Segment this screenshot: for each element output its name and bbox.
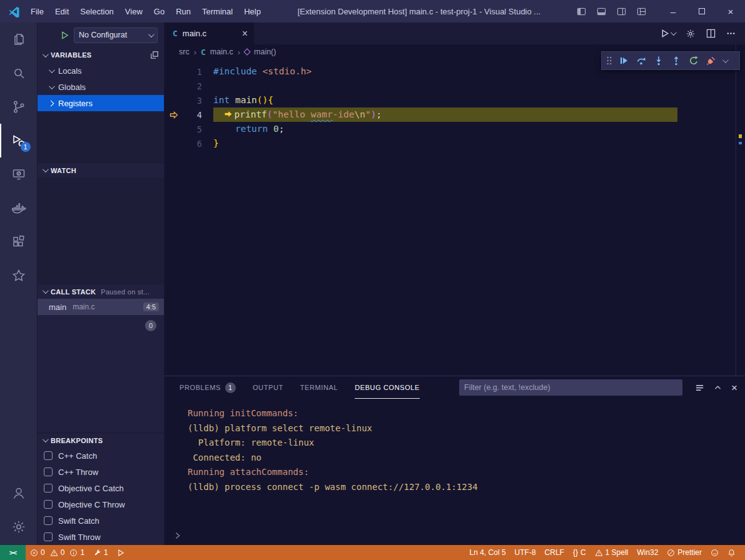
step-into-button[interactable]: [650, 52, 667, 69]
minimize-button[interactable]: –: [659, 0, 687, 22]
continue-button[interactable]: [615, 52, 632, 69]
menubar: FileEditSelectionViewGoRunTerminalHelp: [25, 0, 266, 22]
remote-indicator[interactable]: ><: [0, 545, 26, 560]
code-line-6[interactable]: 6}: [165, 136, 745, 151]
maximize-button[interactable]: [687, 0, 716, 22]
code-line-4[interactable]: 4 printf("hello wamr-ide\n");: [165, 108, 745, 122]
settings-gear-icon[interactable]: [0, 510, 38, 544]
console-output[interactable]: Running initCommands:(lldb) platform sel…: [165, 399, 745, 494]
console-filter-input[interactable]: [459, 379, 682, 396]
toggle-secondary-sidebar-icon[interactable]: [617, 7, 626, 16]
debug-count-badge: 1: [21, 142, 31, 152]
debug-status-icon[interactable]: [113, 545, 129, 560]
tab-problems[interactable]: PROBLEMS 1: [180, 376, 236, 399]
toggle-panel-icon[interactable]: [597, 7, 606, 16]
call-stack-section-header[interactable]: CALL STACK Paused on st...: [38, 284, 164, 299]
collapse-all-icon[interactable]: [150, 51, 159, 59]
more-actions-icon[interactable]: [726, 29, 736, 38]
star-icon[interactable]: [0, 259, 38, 292]
tab-output[interactable]: OUTPUT: [253, 376, 283, 399]
variables-registers-item[interactable]: Registers: [38, 95, 164, 111]
menu-go[interactable]: Go: [148, 0, 170, 22]
breakpoint-item[interactable]: C++ Throw: [38, 464, 164, 480]
extensions-icon[interactable]: [0, 225, 38, 259]
feedback-icon[interactable]: [706, 545, 723, 560]
call-stack-empty-area: [38, 331, 164, 432]
tab-terminal[interactable]: TERMINAL: [300, 376, 338, 399]
breadcrumb-file[interactable]: main.c: [210, 48, 233, 56]
run-and-debug-icon[interactable]: 1: [0, 124, 38, 158]
disconnect-dropdown-chevron-icon[interactable]: [720, 52, 729, 69]
code-line-2[interactable]: 2: [165, 79, 745, 93]
c-file-icon: C: [201, 48, 206, 57]
language-mode[interactable]: {} C: [569, 545, 590, 560]
source-control-icon[interactable]: [0, 90, 38, 124]
watch-section-header[interactable]: WATCH: [38, 162, 164, 178]
call-stack-frame-row[interactable]: main main.c 4:5: [38, 299, 164, 315]
console-input-chevron-icon[interactable]: [173, 531, 182, 540]
code-line-3[interactable]: 3int main(){: [165, 93, 745, 108]
tab-main-c[interactable]: C main.c ×: [165, 22, 254, 44]
breakpoint-item[interactable]: C++ Catch: [38, 448, 164, 464]
customize-layout-icon[interactable]: [637, 7, 646, 16]
search-icon[interactable]: [0, 56, 38, 90]
breakpoints-title: BREAKPOINTS: [51, 437, 103, 444]
account-icon[interactable]: [0, 476, 38, 510]
explorer-icon[interactable]: [0, 22, 38, 56]
tab-debug-console[interactable]: DEBUG CONSOLE: [355, 376, 420, 399]
spell-checker-status[interactable]: 1 Spell: [590, 545, 633, 560]
eol-indicator[interactable]: CRLF: [540, 545, 569, 560]
code-editor[interactable]: 1#include <stdio.h>23int main(){4 printf…: [165, 59, 745, 376]
code-line-5[interactable]: 5 return 0;: [165, 122, 745, 136]
start-debug-icon[interactable]: [60, 31, 69, 40]
close-panel-icon[interactable]: ×: [731, 382, 737, 393]
breakpoint-item[interactable]: Objective C Throw: [38, 496, 164, 512]
menu-run[interactable]: Run: [170, 0, 196, 22]
breakpoint-checkbox[interactable]: [44, 516, 53, 525]
menu-selection[interactable]: Selection: [74, 0, 119, 22]
breakpoint-checkbox[interactable]: [44, 532, 53, 541]
breakpoint-item[interactable]: Swift Throw: [38, 529, 164, 545]
toolbar-drag-handle[interactable]: [604, 52, 615, 69]
editor-settings-gear-icon[interactable]: [686, 29, 696, 39]
menu-help[interactable]: Help: [238, 0, 266, 22]
docker-icon[interactable]: [0, 191, 38, 225]
maximize-panel-chevron-icon[interactable]: [714, 384, 722, 392]
problems-status[interactable]: 0 0 1: [26, 545, 89, 560]
variables-globals-item[interactable]: Globals: [38, 79, 164, 95]
restart-button[interactable]: [685, 52, 702, 69]
menu-edit[interactable]: Edit: [49, 0, 74, 22]
breadcrumb-folder[interactable]: src: [179, 48, 190, 56]
toggle-sidebar-icon[interactable]: [577, 7, 586, 16]
disconnect-button[interactable]: [702, 52, 720, 69]
tab-close-icon[interactable]: ×: [242, 29, 248, 39]
breakpoint-item[interactable]: Objective C Catch: [38, 480, 164, 496]
cursor-position[interactable]: Ln 4, Col 5: [465, 545, 510, 560]
remote-explorer-icon[interactable]: [0, 158, 38, 191]
step-out-button[interactable]: [667, 52, 685, 69]
output-options-icon[interactable]: [695, 383, 704, 392]
breakpoint-checkbox[interactable]: [44, 451, 53, 460]
overview-ruler[interactable]: [736, 44, 745, 376]
variables-locals-item[interactable]: Locals: [38, 62, 164, 79]
variables-section-header[interactable]: VARIABLES: [38, 48, 164, 62]
run-file-button[interactable]: [660, 29, 675, 38]
split-editor-icon[interactable]: [706, 29, 716, 38]
launch-configuration-dropdown[interactable]: No Configurat: [74, 28, 158, 43]
breakpoint-checkbox[interactable]: [44, 484, 53, 492]
breakpoint-item[interactable]: Swift Catch: [38, 512, 164, 529]
menu-terminal[interactable]: Terminal: [196, 0, 238, 22]
breakpoints-section-header[interactable]: BREAKPOINTS: [38, 432, 164, 448]
breakpoint-checkbox[interactable]: [44, 500, 53, 509]
platform-indicator[interactable]: Win32: [632, 545, 662, 560]
menu-view[interactable]: View: [119, 0, 148, 22]
tasks-status[interactable]: 1: [89, 545, 113, 560]
breakpoint-checkbox[interactable]: [44, 468, 53, 476]
formatter-status[interactable]: Prettier: [662, 545, 706, 560]
encoding-indicator[interactable]: UTF-8: [510, 545, 540, 560]
menu-file[interactable]: File: [25, 0, 49, 22]
step-over-button[interactable]: [632, 52, 650, 69]
notifications-bell-icon[interactable]: [723, 545, 740, 560]
breadcrumb-symbol[interactable]: main(): [254, 48, 276, 56]
close-button[interactable]: ×: [716, 0, 745, 22]
